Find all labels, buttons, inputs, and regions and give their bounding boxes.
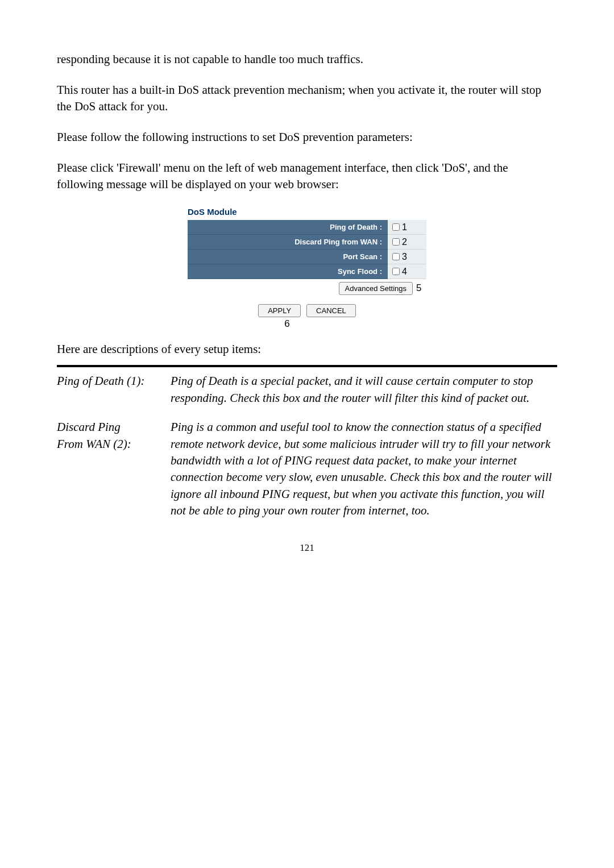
item-discard-ping: Discard Ping From WAN (2): Ping is a com… bbox=[57, 419, 557, 519]
paragraph-3: Please follow the following instructions… bbox=[57, 129, 557, 145]
callout-1: 1 bbox=[402, 222, 407, 232]
port-scan-label: Port Scan : bbox=[188, 250, 388, 264]
callout-3: 3 bbox=[402, 252, 407, 262]
item-ping-of-death: Ping of Death (1): Ping of Death is a sp… bbox=[57, 373, 557, 406]
item-label-2: Discard Ping From WAN (2): bbox=[57, 419, 171, 519]
item-label-2a: Discard Ping bbox=[57, 420, 121, 434]
discard-ping-label: Discard Ping from WAN : bbox=[188, 235, 388, 250]
callout-5: 5 bbox=[413, 283, 426, 294]
item-label-1: Ping of Death (1): bbox=[57, 373, 171, 406]
apply-button[interactable]: APPLY bbox=[258, 304, 301, 317]
callout-6: 6 bbox=[188, 318, 426, 330]
discard-ping-checkbox[interactable] bbox=[392, 238, 400, 246]
item-text-1: Ping of Death is a special packet, and i… bbox=[171, 373, 557, 406]
page-number: 121 bbox=[57, 542, 557, 554]
dos-module-figure: DoS Module Ping of Death : 1 Discard Pin… bbox=[188, 207, 426, 330]
ping-of-death-label: Ping of Death : bbox=[188, 220, 388, 235]
port-scan-checkbox[interactable] bbox=[392, 253, 400, 260]
advanced-settings-button[interactable]: Advanced Settings bbox=[339, 282, 413, 295]
item-text-2: Ping is a common and useful tool to know… bbox=[171, 419, 557, 519]
callout-4: 4 bbox=[402, 267, 407, 277]
descriptions-intro: Here are descriptions of every setup ite… bbox=[57, 341, 557, 357]
paragraph-2: This router has a built-in DoS attack pr… bbox=[57, 82, 557, 114]
paragraph-1: responding because it is not capable to … bbox=[57, 51, 557, 67]
rule-thin bbox=[57, 367, 557, 367]
sync-flood-checkbox[interactable] bbox=[392, 268, 400, 275]
ping-of-death-checkbox[interactable] bbox=[392, 223, 400, 231]
cancel-button[interactable]: CANCEL bbox=[306, 304, 356, 317]
callout-2: 2 bbox=[402, 237, 407, 247]
paragraph-4: Please click 'Firewall' menu on the left… bbox=[57, 160, 557, 192]
item-label-2b: From WAN (2): bbox=[57, 437, 131, 451]
sync-flood-label: Sync Flood : bbox=[188, 264, 388, 279]
module-title: DoS Module bbox=[188, 207, 426, 217]
